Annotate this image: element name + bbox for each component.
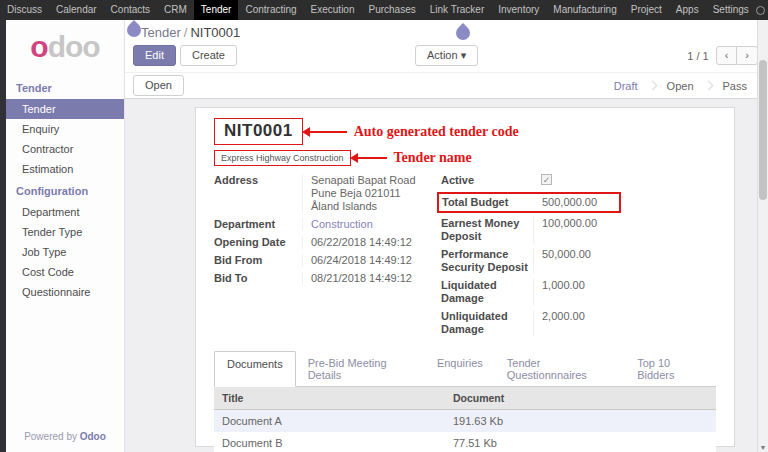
tab-enquiries[interactable]: Enquiries	[425, 351, 495, 386]
notebook-tabs: Documents Pre-Bid Meeting Details Enquir…	[214, 351, 716, 387]
tab-pre-bid-meeting-details[interactable]: Pre-Bid Meeting Details	[296, 351, 425, 386]
tender-code-annotation-box: NIT0001	[214, 118, 303, 145]
performance-security-deposit-label: Performance Security Deposit	[441, 248, 533, 274]
menu-contracting[interactable]: Contracting	[238, 0, 303, 20]
form-sheet: NIT0001 Auto generated tender code Expre…	[195, 107, 735, 447]
unliquidated-damage-value: 2,000.00	[533, 310, 585, 336]
menu-inventory[interactable]: Inventory	[491, 0, 546, 20]
sidebar-item-cost-code[interactable]: Cost Code	[6, 262, 124, 282]
col-document: Document	[445, 387, 716, 410]
breadcrumb: Tender/NIT0001	[133, 23, 758, 45]
bid-from-value: 06/24/2018 14:49:12	[302, 254, 412, 267]
address-label: Address	[214, 174, 302, 213]
annotation-name-note: Tender name	[394, 150, 472, 166]
powered-by: Powered by Odoo	[6, 431, 124, 452]
sidebar-item-questionnaire[interactable]: Questionnaire	[6, 282, 124, 302]
control-panel: Tender/NIT0001 Edit Create Action ▾ 1 / …	[125, 20, 768, 72]
total-budget-annotation-box: Total Budget 500,000.00	[437, 192, 621, 213]
status-states: Draft Open Pass	[603, 80, 758, 92]
unliquidated-damage-label: Unliquidated Damage	[441, 310, 533, 336]
form-view-content: NIT0001 Auto generated tender code Expre…	[125, 99, 768, 452]
action-dropdown-button[interactable]: Action ▾	[415, 45, 478, 66]
menu-settings[interactable]: Settings	[706, 0, 756, 20]
menu-execution[interactable]: Execution	[304, 0, 362, 20]
scrollbar-thumb[interactable]	[759, 60, 767, 200]
tab-top-10-bidders[interactable]: Top 10 Bidders	[625, 351, 716, 386]
menu-tender[interactable]: Tender	[194, 0, 239, 20]
opening-date-value: 06/22/2018 14:49:12	[302, 236, 412, 249]
menu-calendar[interactable]: Calendar	[49, 0, 104, 20]
menu-project[interactable]: Project	[624, 0, 669, 20]
state-open[interactable]: Open	[656, 80, 705, 92]
odoo-link[interactable]: Odoo	[80, 431, 106, 442]
menu-crm[interactable]: CRM	[157, 0, 194, 20]
earnest-money-deposit-label: Earnest Money Deposit	[441, 217, 533, 243]
department-link[interactable]: Construction	[311, 218, 373, 230]
state-pass[interactable]: Pass	[712, 80, 758, 92]
edit-button[interactable]: Edit	[133, 45, 176, 66]
annotation-arrow	[353, 157, 387, 159]
menu-purchases[interactable]: Purchases	[362, 0, 423, 20]
tab-documents[interactable]: Documents	[214, 351, 296, 387]
open-button[interactable]: Open	[133, 75, 184, 96]
tender-code: NIT0001	[224, 121, 293, 140]
sidebar-item-enquiry[interactable]: Enquiry	[6, 119, 124, 139]
pager-prev-button[interactable]: ‹	[716, 46, 738, 65]
sidebar-section-configuration: Configuration	[6, 179, 124, 202]
liquidated-damage-value: 1,000.00	[533, 279, 585, 305]
department-label: Department	[214, 218, 302, 231]
bid-to-label: Bid To	[214, 272, 302, 285]
menu-contacts[interactable]: Contacts	[104, 0, 157, 20]
active-label: Active	[441, 174, 533, 187]
tab-tender-questionnaires[interactable]: Tender Questionnnaires	[495, 351, 625, 386]
menu-manufacturing[interactable]: Manufacturing	[546, 0, 623, 20]
performance-security-deposit-value: 50,000.00	[533, 248, 591, 274]
earnest-money-deposit-value: 100,000.00	[533, 217, 597, 243]
vertical-scrollbar[interactable]: ▼	[757, 20, 768, 452]
menu-discuss[interactable]: Discuss	[0, 0, 49, 20]
pager: 1 / 1 ‹ ›	[687, 46, 758, 65]
statusbar: Open Draft Open Pass	[125, 72, 768, 99]
annotation-arrow	[305, 131, 347, 133]
sidebar-item-tender-type[interactable]: Tender Type	[6, 222, 124, 242]
pager-next-button[interactable]: ›	[737, 46, 758, 65]
table-row[interactable]: Document B 77.51 Kb	[214, 432, 716, 452]
total-budget-label: Total Budget	[442, 196, 534, 209]
sidebar-item-department[interactable]: Department	[6, 202, 124, 222]
pager-value: 1 / 1	[687, 50, 708, 62]
menu-link-tracker[interactable]: Link Tracker	[423, 0, 491, 20]
bid-to-value: 08/21/2018 14:49:12	[302, 272, 412, 285]
create-button[interactable]: Create	[180, 45, 237, 66]
documents-table: Title Document Document A 191.63 Kb Docu…	[214, 387, 716, 452]
state-draft[interactable]: Draft	[603, 80, 649, 92]
sidebar-section-tender: Tender	[6, 76, 124, 99]
sidebar-item-estimation[interactable]: Estimation	[6, 159, 124, 179]
breadcrumb-tender-link[interactable]: Tender	[141, 25, 181, 40]
liquidated-damage-label: Liquidated Damage	[441, 279, 533, 305]
sidebar: odoo Tender Tender Enquiry Contractor Es…	[6, 20, 125, 452]
main-area: Tender/NIT0001 Edit Create Action ▾ 1 / …	[125, 20, 768, 452]
col-title: Title	[214, 387, 445, 410]
total-budget-value: 500,000.00	[534, 196, 597, 209]
topbar-right: Administrator (construc...	[756, 4, 768, 17]
sidebar-item-tender[interactable]: Tender	[6, 99, 124, 119]
sidebar-item-job-type[interactable]: Job Type	[6, 242, 124, 262]
menu-apps[interactable]: Apps	[669, 0, 706, 20]
annotation-code-note: Auto generated tender code	[354, 124, 519, 140]
clock-icon[interactable]	[756, 6, 765, 15]
sidebar-item-contractor[interactable]: Contractor	[6, 139, 124, 159]
breadcrumb-current: NIT0001	[190, 25, 240, 40]
top-menubar: Discuss Calendar Contacts CRM Tender Con…	[0, 0, 768, 20]
active-checkbox[interactable]: ✓	[541, 174, 552, 185]
odoo-logo[interactable]: odoo	[6, 20, 124, 76]
left-edge-strip	[0, 20, 6, 452]
table-row[interactable]: Document A 191.63 Kb	[214, 410, 716, 433]
opening-date-label: Opening Date	[214, 236, 302, 249]
tender-name: Express Highway Construction	[221, 153, 344, 163]
scroll-down-arrow-icon[interactable]: ▼	[758, 444, 768, 451]
bid-from-label: Bid From	[214, 254, 302, 267]
address-value: Senapati Bapat Road Pune Beja 021011 Åla…	[302, 174, 416, 213]
tender-name-annotation-box: Express Highway Construction	[214, 150, 351, 166]
